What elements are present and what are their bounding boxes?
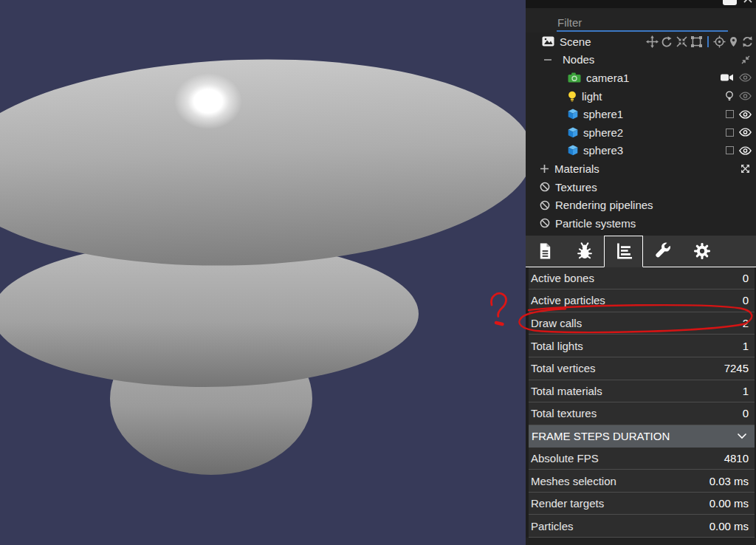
frame-steps-duration-header[interactable]: FRAME STEPS DURATION xyxy=(529,425,755,448)
bulb-outline-icon[interactable] xyxy=(725,91,734,102)
stat-row: Total lights 1 xyxy=(529,335,755,357)
stat-value: 2 xyxy=(743,317,749,329)
tree-item-sphere3[interactable]: sphere3 xyxy=(526,142,756,160)
stat-row: Total textures 0 xyxy=(529,402,755,425)
filter-row xyxy=(526,8,756,32)
tree-item-label: light xyxy=(582,90,602,103)
tree-item-sphere1[interactable]: sphere1 xyxy=(526,105,756,123)
slash-circle-icon xyxy=(540,218,550,228)
picker-icon[interactable] xyxy=(713,35,726,48)
close-icon[interactable] xyxy=(743,0,753,4)
stat-label: Total vertices xyxy=(531,362,596,374)
stat-value: 0 xyxy=(743,272,749,284)
stat-row: Particles 0.00 ms xyxy=(529,515,755,538)
eye-icon[interactable] xyxy=(739,146,752,155)
popout-icon[interactable] xyxy=(723,0,737,5)
inspector-title: INSPECTOR xyxy=(526,0,756,3)
stat-row: Absolute FPS 4810 xyxy=(529,448,755,470)
stat-label: Particles xyxy=(531,520,574,532)
tree-item-label: sphere1 xyxy=(583,108,623,120)
3d-viewport[interactable] xyxy=(0,0,526,545)
mesh-cube-icon xyxy=(568,109,578,120)
minus-icon[interactable] xyxy=(543,55,552,64)
stat-label: Active bones xyxy=(531,272,594,284)
tab-file[interactable] xyxy=(526,236,565,267)
camera-icon xyxy=(568,72,581,83)
tree-item-light[interactable]: light xyxy=(526,87,756,106)
mesh-cube-icon xyxy=(568,127,578,138)
stat-value: 0.00 ms xyxy=(709,520,749,532)
stats-icon xyxy=(614,241,633,261)
rendered-scene xyxy=(0,0,526,545)
stat-row-draw-calls: Draw calls 2 xyxy=(529,312,755,335)
tree-item-label: Rendering pipelines xyxy=(555,199,653,211)
stat-label: Total lights xyxy=(531,340,583,352)
slash-circle-icon xyxy=(540,182,550,192)
stat-label: Absolute FPS xyxy=(531,452,599,465)
tree-item-label: Scene xyxy=(560,35,591,48)
video-icon[interactable] xyxy=(721,73,734,82)
tab-tools[interactable] xyxy=(643,236,682,267)
sync-icon[interactable] xyxy=(741,35,754,48)
light-bulb-icon xyxy=(568,91,577,102)
stat-label: Total textures xyxy=(531,407,597,419)
stat-row: Total vertices 7245 xyxy=(529,357,755,380)
stat-row: Meshes selection 0.03 ms xyxy=(529,470,755,493)
rotate-icon[interactable] xyxy=(661,35,673,48)
stat-value: 0 xyxy=(743,407,749,419)
checkbox[interactable] xyxy=(726,110,734,118)
pin-icon[interactable] xyxy=(728,35,739,48)
tree-item-sphere2[interactable]: sphere2 xyxy=(526,123,756,142)
stat-value: 1 xyxy=(743,385,749,397)
tree-item-label: sphere2 xyxy=(583,126,623,139)
stat-value: 1 xyxy=(743,340,749,352)
eye-icon[interactable] xyxy=(739,128,752,137)
plus-icon[interactable] xyxy=(540,164,549,174)
gizmo-separator xyxy=(707,36,709,47)
scale-icon[interactable] xyxy=(676,35,688,48)
stat-value: 4810 xyxy=(724,452,749,465)
stat-value: 0.03 ms xyxy=(709,475,749,487)
compress-icon[interactable] xyxy=(741,55,750,64)
eye-icon-dimmed[interactable] xyxy=(739,73,752,82)
tree-item-label: Particle systems xyxy=(555,217,636,230)
stat-value: 0.00 ms xyxy=(709,497,749,510)
checkbox[interactable] xyxy=(726,128,734,137)
stat-value: 0 xyxy=(743,294,749,306)
tree-item-camera1[interactable]: camera1 xyxy=(526,69,756,87)
chevron-down-icon xyxy=(737,433,747,439)
inspector-titlebar: INSPECTOR xyxy=(526,0,756,8)
inspector-panel: INSPECTOR Scene xyxy=(526,0,756,545)
tree-item-rendering-pipelines[interactable]: Rendering pipelines xyxy=(526,196,756,214)
tree-item-label: sphere3 xyxy=(583,144,623,157)
tree-item-label: Materials xyxy=(554,162,599,175)
inspector-tabbar xyxy=(526,236,756,267)
stat-label: Draw calls xyxy=(531,317,582,329)
tree-item-materials[interactable]: Materials xyxy=(526,160,756,178)
tree-item-label: Textures xyxy=(555,181,597,193)
move-icon[interactable] xyxy=(646,35,659,48)
tree-item-textures[interactable]: Textures xyxy=(526,178,756,196)
filter-input[interactable] xyxy=(557,15,728,32)
app-window: INSPECTOR Scene xyxy=(0,0,756,545)
tab-statistics[interactable] xyxy=(604,236,643,267)
tab-debug[interactable] xyxy=(565,236,604,267)
tab-settings[interactable] xyxy=(682,236,721,267)
expand-arrows-icon[interactable] xyxy=(740,164,750,174)
tree-item-nodes[interactable]: Nodes xyxy=(526,51,756,69)
stat-row: Render targets 0.00 ms xyxy=(529,493,755,515)
scene-explorer-tree: Scene Nodes xyxy=(526,32,756,233)
mesh-cube-icon xyxy=(568,145,578,156)
eye-icon-dimmed[interactable] xyxy=(739,92,752,100)
gear-icon xyxy=(693,241,712,261)
checkbox[interactable] xyxy=(726,146,734,154)
bounding-box-icon[interactable] xyxy=(690,35,703,48)
slash-circle-icon xyxy=(540,200,550,210)
eye-icon[interactable] xyxy=(739,110,752,119)
stat-row: Active bones 0 xyxy=(529,267,755,290)
stat-label: Render targets xyxy=(531,497,604,510)
specular-highlight xyxy=(174,73,242,129)
tree-item-particle-systems[interactable]: Particle systems xyxy=(526,214,756,233)
tree-item-scene[interactable]: Scene xyxy=(526,32,756,51)
group-header-label: FRAME STEPS DURATION xyxy=(532,430,670,442)
